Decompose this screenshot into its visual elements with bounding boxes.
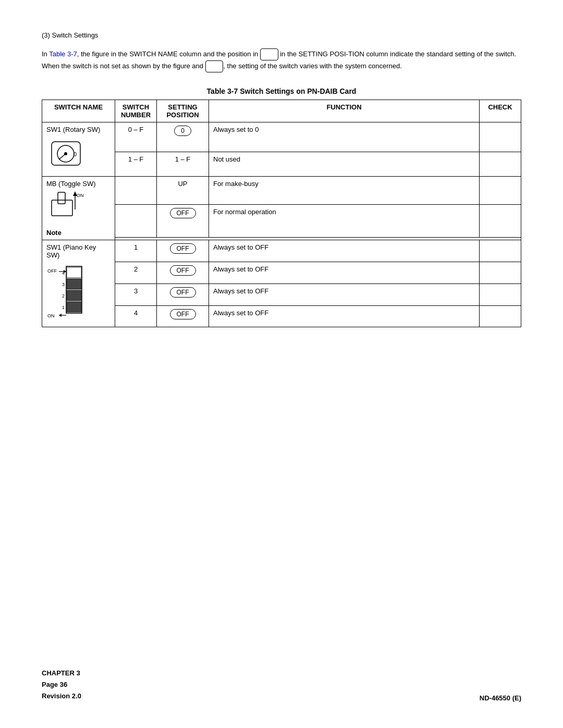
- cell-piano-pos-2: OFF: [157, 262, 209, 284]
- svg-line-3: [59, 154, 66, 159]
- svg-rect-16: [67, 290, 81, 301]
- cell-piano-number-3: 3: [115, 283, 157, 305]
- cell-sw1-number-0f: 0 – F: [115, 122, 157, 152]
- cell-piano-key-name: SW1 (Piano Key SW) OFF: [42, 240, 115, 327]
- section-heading: (3) Switch Settings: [42, 31, 521, 39]
- cell-mb-number-off: [115, 205, 157, 238]
- header-switch-number: SWITCH NUMBER: [115, 100, 157, 122]
- cell-piano-check-2: [480, 262, 521, 284]
- cell-piano-pos-1: OFF: [157, 240, 209, 262]
- footer-revision: Revision 2.0: [42, 690, 81, 702]
- piano-key-switch-icon: OFF 4 3 2: [46, 261, 104, 324]
- toggle-switch-icon: ON: [46, 190, 99, 229]
- table-title: Table 3-7 Switch Settings on PN-DAIB Car…: [42, 87, 521, 95]
- note-label: Note: [46, 229, 111, 237]
- piano-key-label: SW1 (Piano Key SW): [46, 243, 111, 259]
- cell-piano-pos-3: OFF: [157, 283, 209, 305]
- header-function: FUNCTION: [209, 100, 480, 122]
- footer-left: CHAPTER 3 Page 36 Revision 2.0: [42, 668, 81, 702]
- intro-part1: In: [42, 50, 49, 58]
- cell-piano-func-1: Always set to OFF: [209, 240, 480, 262]
- svg-text:2: 2: [62, 293, 65, 299]
- pill-off-1: OFF: [170, 243, 196, 254]
- cell-mb-func-up: For make-busy: [209, 177, 480, 205]
- sw1-rotary-label: SW1 (Rotary SW): [46, 126, 111, 133]
- footer-chapter: CHAPTER 3: [42, 668, 81, 679]
- cell-sw1-pos-1f: 1 – F: [157, 152, 209, 177]
- cell-mb-func-off: For normal operation: [209, 205, 480, 238]
- footer-doc-number: ND-46550 (E): [480, 694, 521, 702]
- inline-box-1: [260, 48, 278, 60]
- table-row: SW1 (Piano Key SW) OFF: [42, 240, 521, 262]
- header-setting-position: SETTING POSITION: [157, 100, 209, 122]
- cell-piano-check-1: [480, 240, 521, 262]
- svg-text:ON: ON: [47, 313, 55, 318]
- cell-sw1-rotary-name: SW1 (Rotary SW) 0: [42, 122, 115, 177]
- pill-off-3: OFF: [170, 287, 196, 298]
- table-row: MB (Toggle SW) ON Note UP For make-busy: [42, 177, 521, 205]
- pill-off-2: OFF: [170, 265, 196, 276]
- footer: CHAPTER 3 Page 36 Revision 2.0 ND-46550 …: [42, 668, 521, 702]
- mb-toggle-label: MB (Toggle SW): [46, 180, 111, 188]
- table-link[interactable]: Table 3-7: [49, 50, 77, 58]
- cell-piano-check-3: [480, 283, 521, 305]
- intro-part4: , the setting of the switch varies with …: [223, 62, 402, 70]
- cell-piano-func-3: Always set to OFF: [209, 283, 480, 305]
- cell-mb-check-off: [480, 205, 521, 238]
- header-switch-name: SWITCH NAME: [42, 100, 115, 122]
- rotary-switch-icon: 0: [46, 137, 93, 173]
- intro-part2: , the figure in the SWITCH NAME column a…: [77, 50, 260, 58]
- footer-page: Page 36: [42, 679, 81, 690]
- cell-sw1-func-0: Always set to 0: [209, 122, 480, 152]
- pill-off-mb: OFF: [170, 208, 196, 218]
- svg-text:3: 3: [62, 282, 65, 287]
- svg-text:1: 1: [62, 305, 65, 310]
- svg-rect-5: [52, 200, 72, 216]
- switch-settings-table: SWITCH NAME SWITCH NUMBER SETTING POSITI…: [42, 100, 521, 327]
- svg-marker-23: [59, 314, 62, 317]
- cell-piano-number-4: 4: [115, 305, 157, 327]
- svg-rect-17: [67, 302, 81, 312]
- pill-off-4: OFF: [170, 309, 196, 319]
- table-header-row: SWITCH NAME SWITCH NUMBER SETTING POSITI…: [42, 100, 521, 122]
- cell-mb-pos-up: UP: [157, 177, 209, 205]
- cell-mb-check-up: [480, 177, 521, 205]
- cell-mb-number: [115, 177, 157, 205]
- header-check: CHECK: [480, 100, 521, 122]
- inline-box-2: [205, 60, 224, 72]
- cell-piano-func-4: Always set to OFF: [209, 305, 480, 327]
- cell-sw1-number-1f: 1 – F: [115, 152, 157, 177]
- cell-piano-number-1: 1: [115, 240, 157, 262]
- intro-paragraph: In Table 3-7, the figure in the SWITCH N…: [42, 48, 521, 72]
- svg-rect-15: [67, 279, 81, 289]
- svg-rect-6: [58, 192, 65, 204]
- cell-sw1-func-1f: Not used: [209, 152, 480, 177]
- svg-text:ON: ON: [77, 193, 84, 198]
- cell-sw1-check-0: [480, 122, 521, 152]
- cell-piano-func-2: Always set to OFF: [209, 262, 480, 284]
- svg-text:OFF: OFF: [47, 268, 57, 274]
- cell-mb-pos-off: OFF: [157, 205, 209, 238]
- table-row: SW1 (Rotary SW) 0 0 – F 0 Always set to …: [42, 122, 521, 152]
- svg-text:4: 4: [62, 270, 65, 276]
- cell-piano-check-4: [480, 305, 521, 327]
- svg-text:0: 0: [74, 151, 77, 157]
- cell-mb-toggle-name: MB (Toggle SW) ON Note: [42, 177, 115, 240]
- svg-rect-14: [67, 267, 81, 278]
- pill-0: 0: [174, 126, 191, 136]
- cell-piano-number-2: 2: [115, 262, 157, 284]
- cell-sw1-pos-0: 0: [157, 122, 209, 152]
- cell-piano-pos-4: OFF: [157, 305, 209, 327]
- cell-sw1-check-1f: [480, 152, 521, 177]
